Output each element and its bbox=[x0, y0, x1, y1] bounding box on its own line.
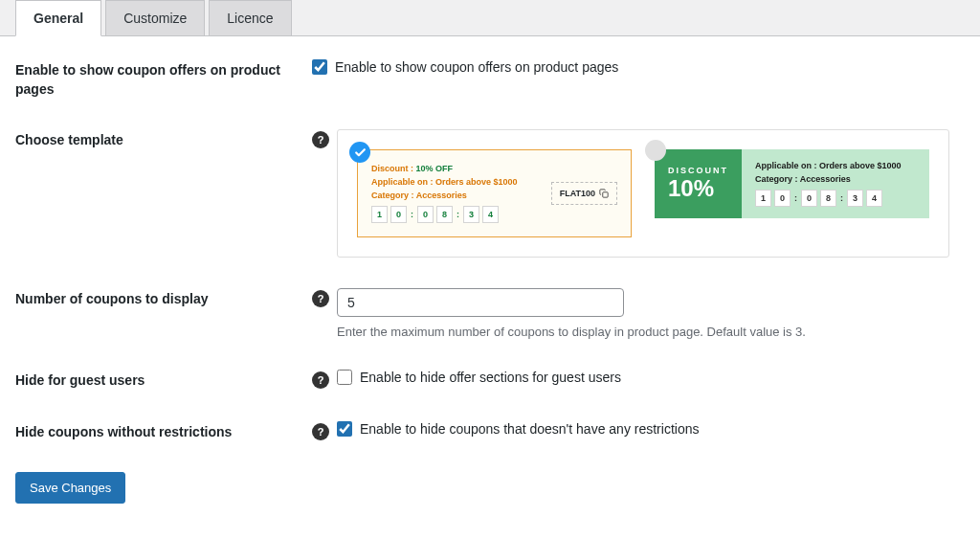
help-icon[interactable]: ? bbox=[312, 371, 329, 389]
field-hide-no-restrictions: Hide coupons without restrictions ? Enab… bbox=[15, 421, 965, 442]
checkbox-enable-offers[interactable] bbox=[312, 59, 327, 75]
checkbox-wrap-hide-no-restrictions[interactable]: Enable to hide coupons that doesn't have… bbox=[337, 421, 965, 437]
tb-countdown: 1 0 : 0 8 : 3 4 bbox=[755, 190, 916, 207]
template-option-b[interactable]: DISCOUNT 10% Applicable on : Orders abov… bbox=[655, 149, 929, 237]
tb-discount-pct: 10% bbox=[668, 175, 728, 202]
form-table: Enable to show coupon offers on product … bbox=[15, 59, 965, 504]
checkbox-wrap-hide-guest[interactable]: Enable to hide offer sections for guest … bbox=[337, 370, 965, 385]
checkbox-hide-no-restrictions[interactable] bbox=[337, 421, 352, 437]
tab-customize[interactable]: Customize bbox=[105, 0, 205, 35]
ta-discount-value: 10% OFF bbox=[416, 164, 454, 173]
ta-category: Category : Accessories bbox=[371, 191, 542, 200]
ta-code: FLAT100 bbox=[560, 189, 595, 198]
svg-rect-0 bbox=[603, 192, 608, 197]
tb-applicable: Applicable on : Orders above $1000 bbox=[755, 161, 916, 170]
ta-countdown: 1 0 : 0 8 : 3 4 bbox=[371, 206, 542, 223]
ta-discount-prefix: Discount : bbox=[371, 164, 416, 173]
tabs-bar: General Customize Licence bbox=[0, 0, 980, 36]
label-hide-no-restrictions: Hide coupons without restrictions bbox=[15, 421, 312, 442]
help-icon[interactable]: ? bbox=[312, 290, 329, 307]
help-icon[interactable]: ? bbox=[312, 423, 329, 440]
help-icon[interactable]: ? bbox=[312, 131, 329, 148]
save-button[interactable]: Save Changes bbox=[15, 472, 125, 504]
description-num-coupons: Enter the maximum number of coupons to d… bbox=[337, 325, 965, 339]
field-num-coupons: Number of coupons to display ? Enter the… bbox=[15, 288, 965, 339]
checkbox-label-enable-offers: Enable to show coupon offers on product … bbox=[335, 59, 618, 75]
label-hide-guest: Hide for guest users bbox=[15, 370, 312, 391]
tb-discount-label: DISCOUNT bbox=[668, 166, 728, 175]
ta-applicable: Applicable on : Orders above $1000 bbox=[371, 177, 542, 187]
checkbox-wrap-enable-offers[interactable]: Enable to show coupon offers on product … bbox=[312, 59, 965, 75]
field-hide-guest: Hide for guest users ? Enable to hide of… bbox=[15, 370, 965, 391]
field-enable-offers: Enable to show coupon offers on product … bbox=[15, 59, 965, 99]
ta-code-box: FLAT100 bbox=[551, 182, 617, 205]
tab-general[interactable]: General bbox=[15, 0, 101, 36]
label-enable-offers: Enable to show coupon offers on product … bbox=[15, 59, 312, 99]
label-num-coupons: Number of coupons to display bbox=[15, 288, 312, 309]
checkbox-hide-guest[interactable] bbox=[337, 370, 352, 385]
label-choose-template: Choose template bbox=[15, 129, 312, 150]
checkbox-label-hide-no-restrictions: Enable to hide coupons that doesn't have… bbox=[360, 421, 699, 437]
tab-licence[interactable]: Licence bbox=[209, 0, 291, 35]
field-choose-template: Choose template ? Discount : 10% OFF bbox=[15, 129, 965, 258]
checkbox-label-hide-guest: Enable to hide offer sections for guest … bbox=[360, 370, 621, 385]
copy-icon bbox=[599, 189, 609, 198]
template-option-a[interactable]: Discount : 10% OFF Applicable on : Order… bbox=[357, 149, 632, 237]
template-selector: Discount : 10% OFF Applicable on : Order… bbox=[337, 129, 949, 258]
input-num-coupons[interactable] bbox=[337, 288, 624, 317]
tb-category: Category : Accessories bbox=[755, 174, 916, 184]
